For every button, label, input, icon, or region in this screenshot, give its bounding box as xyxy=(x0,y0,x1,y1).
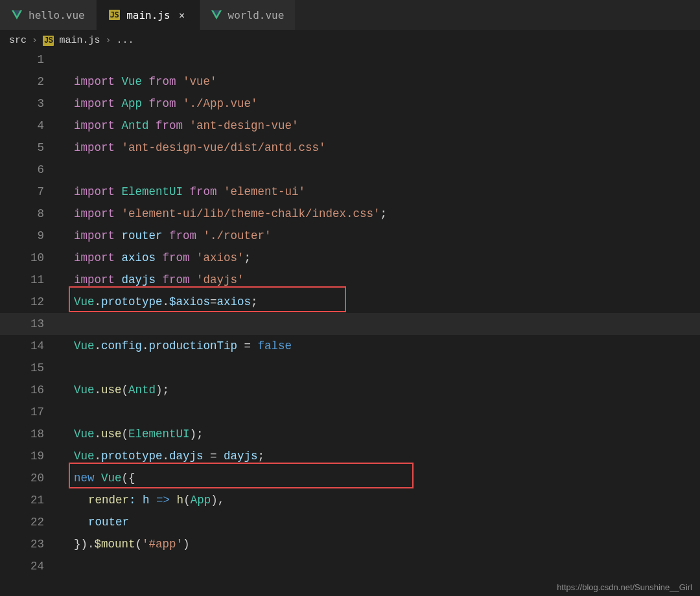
line-number: 16 xyxy=(0,379,51,401)
token-cl: Vue xyxy=(74,450,95,463)
code-line[interactable]: 3import App from './App.vue' xyxy=(0,93,700,115)
code-line[interactable]: 9import router from './router' xyxy=(0,225,700,247)
token-va: dayjs xyxy=(122,273,156,286)
code-line[interactable]: 19Vue.prototype.dayjs = dayjs; xyxy=(0,445,700,467)
token-fn: h xyxy=(177,494,184,507)
code-line[interactable]: 7import ElementUI from 'element-ui' xyxy=(0,181,700,203)
token-cl: Vue xyxy=(74,339,95,352)
code-editor[interactable]: 12import Vue from 'vue'3import App from … xyxy=(0,49,700,577)
code-line[interactable]: 5import 'ant-design-vue/dist/antd.css' xyxy=(0,137,700,159)
token-pu xyxy=(149,119,156,132)
token-st: '#app' xyxy=(142,538,183,551)
token-kw: import xyxy=(74,119,115,132)
code-line[interactable]: 13 xyxy=(0,313,700,335)
code-content[interactable]: import Antd from 'ant-design-vue' xyxy=(56,115,700,137)
line-number: 10 xyxy=(0,247,51,269)
token-pu xyxy=(115,141,122,154)
code-content[interactable]: }).$mount('#app') xyxy=(56,533,700,555)
token-cl: App xyxy=(122,97,143,110)
code-line[interactable]: 12Vue.prototype.$axios=axios; xyxy=(0,291,700,313)
token-st: 'ant-design-vue' xyxy=(190,119,299,132)
token-pu xyxy=(115,229,122,242)
code-content[interactable]: Vue.prototype.$axios=axios; xyxy=(56,291,700,313)
token-pu: . xyxy=(95,295,102,308)
breadcrumb-symbol[interactable]: ... xyxy=(116,35,134,46)
token-va: dayjs xyxy=(169,450,204,463)
token-fn: use xyxy=(101,428,122,441)
token-cl: Antd xyxy=(122,119,149,132)
code-content[interactable]: Vue.config.productionTip = false xyxy=(56,335,700,357)
breadcrumb: src › JS main.js › ... xyxy=(0,30,700,49)
code-content[interactable]: new Vue({ xyxy=(56,467,700,489)
tab-world-vue[interactable]: world.vue xyxy=(200,0,297,30)
token-va: router xyxy=(88,516,129,529)
code-content[interactable]: Vue.use(ElementUI); xyxy=(56,423,700,445)
code-content[interactable]: Vue.use(Antd); xyxy=(56,379,700,401)
code-content[interactable]: import dayjs from 'dayjs' xyxy=(56,269,700,291)
code-content[interactable]: import axios from 'axios'; xyxy=(56,247,700,269)
token-pu: ( xyxy=(183,494,191,507)
token-pu: ( xyxy=(122,428,129,441)
breadcrumb-folder[interactable]: src xyxy=(9,35,27,46)
token-st: './App.vue' xyxy=(183,97,258,110)
breadcrumb-file[interactable]: main.js xyxy=(59,35,100,46)
code-line[interactable]: 17 xyxy=(0,401,700,423)
line-number: 3 xyxy=(0,93,51,115)
code-content[interactable]: import Vue from 'vue' xyxy=(56,71,700,93)
code-content[interactable]: import ElementUI from 'element-ui' xyxy=(56,181,700,203)
token-pu xyxy=(142,97,149,110)
code-line[interactable]: 14Vue.config.productionTip = false xyxy=(0,335,700,357)
tab-main-js[interactable]: JSmain.js× xyxy=(97,0,200,30)
code-line[interactable]: 22router xyxy=(0,511,700,533)
code-line[interactable]: 10import axios from 'axios'; xyxy=(0,247,700,269)
token-va: config xyxy=(101,339,142,352)
code-line[interactable]: 11import dayjs from 'dayjs' xyxy=(0,269,700,291)
line-number: 23 xyxy=(0,533,51,555)
token-kw: from xyxy=(190,185,217,198)
close-icon[interactable]: × xyxy=(177,9,187,21)
js-file-icon: JS xyxy=(109,10,120,20)
line-number: 12 xyxy=(0,291,51,313)
tab-hello-vue[interactable]: hello.vue xyxy=(0,0,97,30)
line-number: 9 xyxy=(0,225,51,247)
token-fn: use xyxy=(101,384,122,396)
token-kw: import xyxy=(74,141,115,154)
code-content[interactable]: Vue.prototype.dayjs = dayjs; xyxy=(56,445,700,467)
code-line[interactable]: 6 xyxy=(0,159,700,181)
code-content[interactable]: render: h => h(App), xyxy=(56,489,700,511)
code-content[interactable]: import 'element-ui/lib/theme-chalk/index… xyxy=(56,203,700,225)
code-line[interactable]: 1 xyxy=(0,49,700,71)
code-content[interactable]: import router from './router' xyxy=(56,225,700,247)
token-pu: = xyxy=(210,295,217,308)
code-line[interactable]: 4import Antd from 'ant-design-vue' xyxy=(0,115,700,137)
code-content[interactable]: import 'ant-design-vue/dist/antd.css' xyxy=(56,137,700,159)
token-cl: ElementUI xyxy=(122,185,183,198)
token-pu: . xyxy=(95,339,102,352)
code-content[interactable]: import App from './App.vue' xyxy=(56,93,700,115)
code-line[interactable]: 21render: h => h(App), xyxy=(0,489,700,511)
code-line[interactable]: 2import Vue from 'vue' xyxy=(0,71,700,93)
code-line[interactable]: 24 xyxy=(0,555,700,577)
code-line[interactable]: 15 xyxy=(0,357,700,379)
line-number: 2 xyxy=(0,71,51,93)
code-content[interactable]: router xyxy=(56,511,700,533)
line-number: 1 xyxy=(0,49,51,71)
token-pu xyxy=(150,494,157,507)
code-line[interactable]: 23}).$mount('#app') xyxy=(0,533,700,555)
line-number: 15 xyxy=(0,357,51,379)
code-line[interactable]: 16Vue.use(Antd); xyxy=(0,379,700,401)
line-number: 24 xyxy=(0,555,51,577)
token-co: new xyxy=(74,472,95,485)
code-line[interactable]: 8import 'element-ui/lib/theme-chalk/inde… xyxy=(0,203,700,225)
token-st: 'dayjs' xyxy=(196,273,244,286)
token-pu: ; xyxy=(380,207,388,220)
token-pu xyxy=(156,251,163,264)
token-pu: ), xyxy=(211,494,224,507)
token-st: 'element-ui/lib/theme-chalk/index.css' xyxy=(122,207,380,220)
code-line[interactable]: 20new Vue({ xyxy=(0,467,700,489)
token-co: => xyxy=(156,494,170,507)
line-number: 7 xyxy=(0,181,51,203)
token-st: './router' xyxy=(204,229,272,242)
code-line[interactable]: 18Vue.use(ElementUI); xyxy=(0,423,700,445)
token-st: 'ant-design-vue/dist/antd.css' xyxy=(122,141,326,154)
